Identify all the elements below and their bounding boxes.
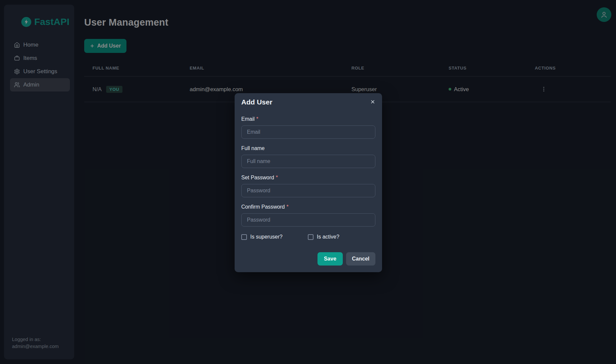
checkbox-row: Is superuser? Is active?	[241, 234, 375, 240]
is-active-checkbox-group[interactable]: Is active?	[308, 234, 339, 240]
set-password-input[interactable]	[241, 184, 375, 197]
save-button[interactable]: Save	[317, 252, 342, 266]
full-name-input[interactable]	[241, 155, 375, 168]
full-name-field-group: Full name	[241, 145, 375, 168]
email-input[interactable]	[241, 125, 375, 139]
required-asterisk: *	[287, 204, 289, 210]
close-icon	[370, 99, 375, 104]
modal-footer: Save Cancel	[241, 252, 375, 266]
confirm-password-input[interactable]	[241, 213, 375, 227]
cancel-button[interactable]: Cancel	[346, 252, 375, 266]
is-superuser-checkbox[interactable]	[241, 234, 247, 240]
is-superuser-checkbox-group[interactable]: Is superuser?	[241, 234, 308, 240]
is-active-checkbox[interactable]	[308, 234, 313, 240]
field-label-text: Set Password	[241, 175, 274, 180]
confirm-password-field-group: Confirm Password*	[241, 203, 375, 227]
field-label-text: Full name	[241, 145, 265, 151]
field-label-text: Confirm Password	[241, 204, 285, 210]
email-field-label: Email*	[241, 115, 375, 123]
modal-title: Add User	[241, 98, 272, 106]
set-password-field-label: Set Password*	[241, 174, 375, 181]
confirm-password-field-label: Confirm Password*	[241, 203, 375, 211]
add-user-modal: Add User Email* Full name Set Password* …	[235, 93, 382, 272]
is-active-label: Is active?	[317, 234, 339, 240]
full-name-field-label: Full name	[241, 145, 375, 152]
required-asterisk: *	[256, 116, 258, 122]
set-password-field-group: Set Password*	[241, 174, 375, 197]
email-field-group: Email*	[241, 115, 375, 139]
modal-close-button[interactable]	[368, 97, 377, 106]
field-label-text: Email	[241, 116, 255, 122]
required-asterisk: *	[276, 175, 278, 180]
is-superuser-label: Is superuser?	[250, 234, 283, 240]
modal-header: Add User	[241, 98, 375, 106]
